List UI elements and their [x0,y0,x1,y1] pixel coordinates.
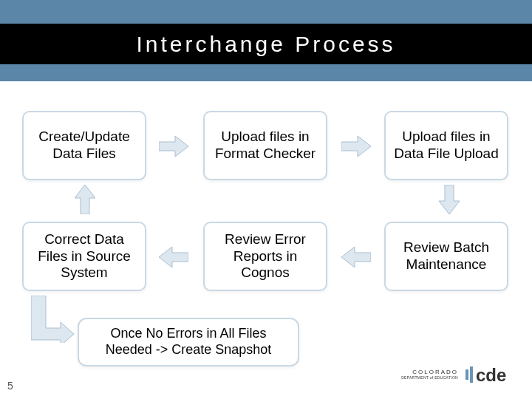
step-label: Upload files in Format Checker [212,129,318,163]
slide-title: Interchange Process [136,32,395,57]
step-create-snapshot: Once No Errors in All Files Needed -> Cr… [78,318,299,366]
step-format-checker: Upload files in Format Checker [203,111,327,180]
step-data-file-upload: Upload files in Data File Upload [384,111,508,180]
svg-marker-1 [341,136,371,157]
step-correct-source: Correct Data Files in Source System [22,222,146,291]
svg-marker-3 [341,247,371,267]
svg-rect-8 [470,366,473,383]
page-number: 5 [7,380,13,392]
arrow-left-icon [159,247,188,267]
svg-marker-5 [75,185,95,214]
svg-marker-2 [439,185,460,214]
step-create-update: Create/Update Data Files [22,111,146,180]
logo-line2: DEPARTMENT of EDUCATION [401,376,458,381]
footer-logo: COLORADO DEPARTMENT of EDUCATION cde [401,364,519,386]
step-review-batch: Review Batch Maintenance [384,222,508,291]
title-bar: Interchange Process [0,24,532,64]
svg-rect-7 [466,369,468,380]
arrow-elbow-right-icon [31,296,75,343]
arrow-up-icon [75,185,95,214]
logo-text: COLORADO DEPARTMENT of EDUCATION [401,369,458,380]
svg-marker-6 [31,296,74,343]
arrow-right-icon [159,136,188,157]
cde-logo-icon: cde [466,364,519,386]
step-review-cognos: Review Error Reports in Cognos [203,222,327,291]
title-band: Interchange Process [0,0,532,81]
arrow-down-icon [439,185,460,214]
step-label: Review Batch Maintenance [393,239,499,273]
step-label: Review Error Reports in Cognos [212,231,318,282]
step-label: Upload files in Data File Upload [393,129,499,163]
svg-text:cde: cde [476,365,506,385]
arrow-left-icon [341,247,371,267]
arrow-right-icon [341,136,371,157]
slide: Interchange Process Create/Update Data F… [0,0,532,399]
svg-marker-0 [159,136,188,157]
step-label: Create/Update Data Files [31,129,137,163]
step-label: Correct Data Files in Source System [31,231,137,282]
step-label: Once No Errors in All Files Needed -> Cr… [86,326,290,358]
svg-marker-4 [159,247,188,267]
